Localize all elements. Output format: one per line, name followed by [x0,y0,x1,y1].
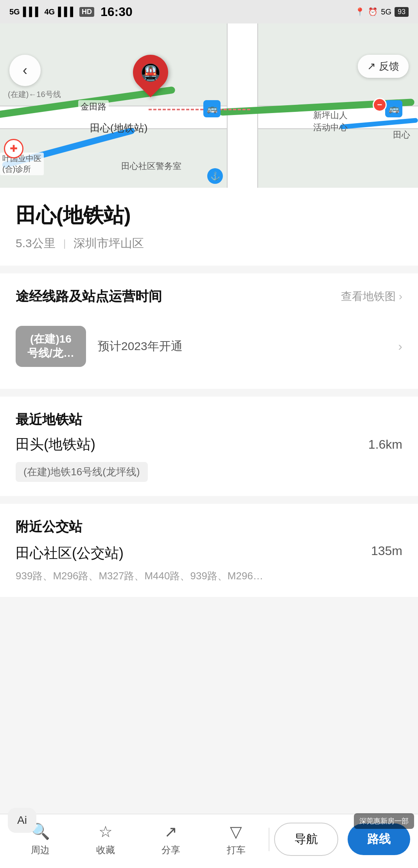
signal-4g: 4G [44,7,55,16]
status-left: 5G ▌▌▌ 4G ▌▌▌ HD 16:30 [9,5,133,19]
feedback-button[interactable]: ↗ 反馈 [358,55,409,78]
station-name: 田心(地铁站) [16,202,402,229]
nav-label-collect: 收藏 [96,844,115,856]
alarm-icon: ⏰ [368,7,378,16]
nav-item-share[interactable]: ↗ 分享 [138,823,204,856]
station-district: 深圳市坪山区 [74,235,144,252]
metro-station-name: 田头(地铁站) [16,435,95,454]
bus-station-name: 田心社区(公交站) [16,544,124,563]
map-label-jintian: 金田路 [78,100,109,113]
hd-badge: HD [79,7,94,17]
map-area[interactable]: 金田路 田心(地铁站) 新坪山人 活动中心 田心 田心社区警务室 叶国业中医 (… [0,23,418,188]
map-label-tianxin-station: 田心(地铁站) [90,121,147,135]
line-info: 预计2023年开通 [98,338,386,354]
map-road-vertical [227,23,258,188]
line-badge: (在建)16 号线/龙… [16,326,86,367]
metro-map-link-label: 查看地铁图 [341,289,396,304]
station-meta: 5.3公里 | 深圳市坪山区 [16,235,402,252]
nearest-metro-title: 最近地铁站 [16,411,402,429]
route-section-header: 途经线路及站点运营时间 查看地铁图 › [16,288,402,306]
nearest-metro-section: 最近地铁站 田头(地铁站) 1.6km (在建)地铁16号线(龙坪线) [0,397,418,504]
line-row-arrow: › [398,339,402,354]
minus-circle-icon: − [373,98,387,112]
ai-badge: Ai [8,808,36,833]
bus-stop-icon-2: 🚌 [385,100,402,117]
metro-station-dist: 1.6km [368,437,402,452]
chevron-icon: › [399,290,402,303]
star-icon: ☆ [99,823,113,841]
bus-lines: 939路、M296路、M327路、M440路、939路、M296… [16,569,402,583]
metro-map-link[interactable]: 查看地铁图 › [341,289,402,304]
nearby-bus-section: 附近公交站 田心社区(公交站) 135m 939路、M296路、M327路、M4… [0,504,418,605]
nearby-bus-title: 附近公交站 [16,518,402,536]
map-label-yejian: 叶国业中医 (合)诊所 [0,153,44,175]
station-distance: 5.3公里 [16,235,56,252]
nav-item-taxi[interactable]: ▽ 打车 [203,823,269,856]
route-section: 途经线路及站点运营时间 查看地铁图 › (在建)16 号线/龙… 预计2023年… [0,273,418,397]
route-section-title: 途经线路及站点运营时间 [16,288,162,306]
feedback-label: 反馈 [379,59,399,73]
nav-label-share: 分享 [161,844,180,856]
train-icon: 🚇 [140,63,161,82]
location-icon: 📍 [355,7,365,16]
line-row[interactable]: (在建)16 号线/龙… 预计2023年开通 › [16,318,402,375]
status-time: 16:30 [100,5,133,19]
station-pin: 🚇 [133,55,168,90]
bus-station-row[interactable]: 田心社区(公交站) 135m [16,536,402,566]
police-icon: ⚓ [207,168,223,184]
bus-stop-icon-1: 🚌 [203,100,221,117]
signal-bars2: ▌▌▌ [58,7,76,17]
nav-label-taxi: 打车 [227,844,246,856]
map-label-jingwu: 田心社区警务室 [121,160,181,172]
share-icon: ↗ [164,823,178,841]
map-dashed-route [149,109,250,110]
status-bar: 5G ▌▌▌ 4G ▌▌▌ HD 16:30 📍 ⏰ 5G 93 [0,0,418,23]
metro-station-row[interactable]: 田头(地铁站) 1.6km [16,429,402,459]
metro-line-tag: (在建)地铁16号线(龙坪线) [16,462,148,482]
nav-item-collect[interactable]: ☆ 收藏 [73,823,138,856]
medical-icon: ✚ [4,139,23,158]
back-button[interactable]: ‹ [9,55,41,86]
watermark: 深莞惠新房一部 [354,813,414,829]
battery-icon: 93 [395,7,409,17]
meta-divider: | [63,237,66,250]
signal-5g-right: 5G [381,7,391,16]
map-label-under-construction: (在建)←16号线 [8,89,61,100]
nav-label-nearby: 周边 [31,844,50,856]
signal-bars: ▌▌▌ [23,7,41,17]
pin-circle: 🚇 [126,47,175,97]
navigate-button[interactable]: 导航 [274,823,338,856]
nav-divider [269,828,269,851]
bus-station-dist: 135m [371,544,402,558]
taxi-icon: ▽ [230,823,242,841]
map-label-tianxin2: 田心 [393,129,410,141]
feedback-icon: ↗ [367,60,376,72]
status-right: 📍 ⏰ 5G 93 [355,7,409,17]
station-header: 田心(地铁站) 5.3公里 | 深圳市坪山区 [0,188,418,273]
map-label-xinping: 新坪山人 活动中心 [313,110,348,134]
signal-5g: 5G [9,7,20,16]
